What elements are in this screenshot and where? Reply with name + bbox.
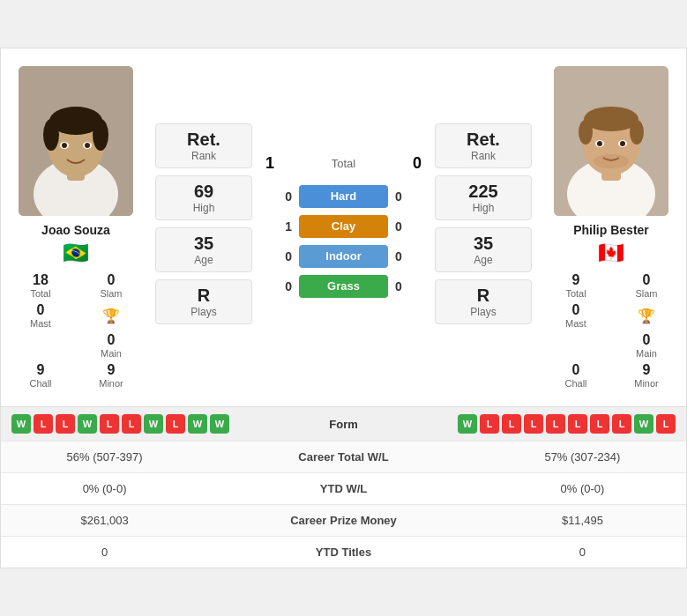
career-p2-value: 0% (0-0) xyxy=(479,473,686,505)
svg-point-21 xyxy=(620,141,625,146)
career-stats-row: 0% (0-0) YTD W/L 0% (0-0) xyxy=(1,473,686,505)
career-p1-value: 56% (507-397) xyxy=(1,442,208,473)
svg-point-17 xyxy=(630,120,644,145)
player1-side-stats: Ret. Rank 69 High 35 Age R Plays xyxy=(151,57,257,397)
center-match-info: 1 Total 0 0 Hard 0 1 Clay 0 0 Indoor 0 0 xyxy=(257,57,430,397)
svg-point-10 xyxy=(85,143,90,148)
player1-flag-row: Joao Souza 🇧🇷 xyxy=(41,216,110,265)
total-row: 1 Total 0 xyxy=(265,154,422,173)
career-stats-row: 56% (507-397) Career Total W/L 57% (307-… xyxy=(1,442,686,473)
player1-rank-val: Ret. xyxy=(187,130,220,150)
career-stats-row: 0 YTD Titles 0 xyxy=(1,537,686,568)
svg-point-9 xyxy=(62,143,67,148)
surface-clay-badge: Clay xyxy=(299,215,388,238)
career-stats-row: $261,003 Career Prize Money $11,495 xyxy=(1,505,686,537)
career-p2-value: 0 xyxy=(479,537,686,568)
form-badge: L xyxy=(546,414,565,434)
player2-slam: 0 Slam xyxy=(616,272,677,299)
svg-point-6 xyxy=(93,119,108,151)
career-p1-value: $261,003 xyxy=(1,505,208,537)
player2-main: 0 Main xyxy=(616,332,677,359)
player1-card: Joao Souza 🇧🇷 18 Total 0 Slam 0 Mast 🏆 xyxy=(1,57,151,397)
player1-rank-lbl: Rank xyxy=(191,150,216,162)
form-badge: L xyxy=(166,414,185,434)
svg-point-20 xyxy=(597,141,602,146)
player2-rank-val: Ret. xyxy=(467,130,500,150)
player2-flag-row: Philip Bester 🇨🇦 xyxy=(573,216,649,265)
player1-high-lbl: High xyxy=(193,202,215,214)
form-badge: L xyxy=(100,414,119,434)
form-badge: L xyxy=(480,414,499,434)
surface-hard-badge: Hard xyxy=(299,185,388,208)
form-label: Form xyxy=(300,418,388,431)
form-badge: L xyxy=(612,414,631,434)
player2-name: Philip Bester xyxy=(573,223,649,237)
career-row-label: YTD Titles xyxy=(208,537,479,568)
player2-high-box: 225 High xyxy=(435,175,532,220)
players-comparison: Joao Souza 🇧🇷 18 Total 0 Slam 0 Mast 🏆 xyxy=(1,48,686,406)
career-p2-value: 57% (307-234) xyxy=(479,442,686,473)
svg-point-5 xyxy=(43,119,59,151)
player2-total: 9 Total xyxy=(545,272,607,299)
form-badge: W xyxy=(144,414,163,434)
player1-mast: 0 Mast xyxy=(10,302,71,329)
main-container: Joao Souza 🇧🇷 18 Total 0 Slam 0 Mast 🏆 xyxy=(0,48,687,568)
form-badge: L xyxy=(524,414,543,434)
career-stats-table: 56% (507-397) Career Total W/L 57% (307-… xyxy=(1,441,686,568)
surface-hard-row: 0 Hard 0 xyxy=(265,185,422,208)
player2-side-stats: Ret. Rank 225 High 35 Age R Plays xyxy=(430,57,536,397)
form-badge: L xyxy=(590,414,609,434)
player2-plays-lbl: Plays xyxy=(470,306,496,318)
player1-form-badges: WLLWLLWLWW xyxy=(11,414,300,434)
career-row-label: Career Prize Money xyxy=(208,505,479,537)
career-p1-value: 0 xyxy=(1,537,208,568)
player2-stats-grid: 9 Total 0 Slam 0 Mast 🏆 0 Main xyxy=(545,272,677,389)
player2-plays-box: R Plays xyxy=(435,279,532,324)
player1-high-val: 69 xyxy=(194,182,213,202)
player1-minor: 9 Minor xyxy=(80,362,142,389)
player2-trophy-icon: 🏆 xyxy=(616,302,677,329)
player1-plays-val: R xyxy=(198,286,210,306)
form-badge: W xyxy=(11,414,31,434)
surface-indoor-row: 0 Indoor 0 xyxy=(265,245,422,268)
form-badge: L xyxy=(502,414,521,434)
player2-rank-box: Ret. Rank xyxy=(435,123,532,168)
player2-rank-lbl: Rank xyxy=(471,150,496,162)
form-badge: L xyxy=(34,414,53,434)
player1-high-box: 69 High xyxy=(155,175,252,220)
player2-chall: 0 Chall xyxy=(545,362,607,389)
player1-stats-grid: 18 Total 0 Slam 0 Mast 🏆 0 Main xyxy=(10,272,142,389)
form-badge: W xyxy=(210,414,229,434)
surface-grass-badge: Grass xyxy=(299,275,388,298)
form-badge: L xyxy=(122,414,141,434)
player1-chall: 9 Chall xyxy=(10,362,71,389)
player1-main: 0 Main xyxy=(80,332,142,359)
form-badge: L xyxy=(56,414,75,434)
player2-form-badges: WLLLLLLLWL xyxy=(388,414,676,434)
form-badge: W xyxy=(188,414,207,434)
form-badge: W xyxy=(458,414,477,434)
player2-high-lbl: High xyxy=(473,202,495,214)
surface-grass-row: 0 Grass 0 xyxy=(265,275,422,298)
player1-rank-box: Ret. Rank xyxy=(155,123,252,168)
player2-age-lbl: Age xyxy=(474,254,492,266)
player2-flag: 🇨🇦 xyxy=(598,241,624,265)
player1-age-val: 35 xyxy=(194,234,213,254)
form-badge: L xyxy=(656,414,676,434)
player2-mast: 0 Mast xyxy=(545,302,607,329)
form-badge: L xyxy=(568,414,587,434)
player1-photo xyxy=(19,66,133,216)
career-row-label: YTD W/L xyxy=(208,473,479,505)
player1-age-box: 35 Age xyxy=(155,227,252,272)
player1-slam: 0 Slam xyxy=(80,272,142,299)
player2-age-val: 35 xyxy=(474,234,493,254)
player1-name: Joao Souza xyxy=(41,223,110,237)
surface-indoor-badge: Indoor xyxy=(299,245,388,268)
player2-trophy-spacer xyxy=(545,332,607,359)
player1-trophy-spacer xyxy=(10,332,71,359)
career-row-label: Career Total W/L xyxy=(208,442,479,473)
player2-card: Philip Bester 🇨🇦 9 Total 0 Slam 0 Mast 🏆 xyxy=(536,57,686,397)
player1-flag: 🇧🇷 xyxy=(63,241,89,265)
career-p2-value: $11,495 xyxy=(479,505,686,537)
player2-plays-val: R xyxy=(477,286,489,306)
